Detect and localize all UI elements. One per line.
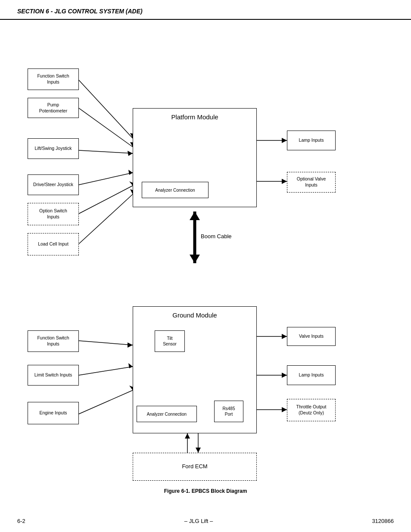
load-cell-input: Load Cell Input [28, 233, 79, 255]
diagram: Platform Module Analyzer Connection Func… [0, 22, 411, 509]
throttle-output: Throttle Output(Deutz Only) [287, 399, 336, 421]
optional-valve-inputs: Optional ValveInputs [287, 172, 336, 193]
platform-module-label: Platform Module [133, 113, 256, 121]
lamp-inputs-top: Lamp Inputs [287, 131, 336, 150]
engine-inputs: Engine Inputs [28, 402, 79, 424]
pump-potentiometer: PumpPotentiometer [28, 98, 79, 118]
diagram-svg [0, 22, 411, 509]
svg-marker-26 [282, 334, 287, 339]
ford-ecm-box: Ford ECM [133, 453, 257, 481]
option-switch-inputs: Option SwitchInputs [28, 203, 79, 225]
ground-module-box: Ground Module TiltSensor Analyzer Connec… [133, 306, 257, 433]
svg-line-19 [79, 341, 133, 345]
function-switch-inputs-bottom: Function SwitchInputs [28, 330, 79, 352]
footer-center: – JLG Lift – [184, 518, 213, 524]
rs485-port: Rs485Port [214, 401, 243, 422]
svg-marker-34 [196, 448, 201, 453]
svg-line-4 [79, 150, 133, 153]
footer: 6-2 – JLG Lift – 3120866 [0, 518, 411, 524]
svg-line-23 [79, 390, 133, 414]
svg-marker-30 [282, 407, 287, 412]
svg-line-6 [79, 173, 133, 185]
svg-marker-15 [282, 179, 287, 184]
svg-marker-7 [128, 170, 133, 175]
svg-line-10 [79, 194, 133, 244]
platform-module-box: Platform Module Analyzer Connection [133, 108, 257, 207]
lift-swing-joystick: Lift/Swing Joystick [28, 138, 79, 159]
svg-line-0 [79, 80, 133, 138]
svg-line-8 [79, 186, 133, 214]
ground-module-label: Ground Module [133, 311, 256, 320]
boom-cable-label: Boom Cable [201, 233, 232, 240]
valve-inputs: Valve Inputs [287, 327, 336, 346]
drive-steer-joystick: Drive/Steer Joystick [28, 174, 79, 195]
svg-line-21 [79, 367, 133, 375]
svg-marker-5 [128, 151, 133, 156]
figure-caption: Figure 6-1. EPBCS Block Diagram [0, 488, 411, 494]
svg-marker-18 [190, 212, 200, 220]
svg-marker-28 [282, 373, 287, 378]
svg-line-2 [79, 108, 133, 147]
page: SECTION 6 - JLG CONTROL SYSTEM (ADE) [0, 0, 411, 532]
limit-switch-inputs: Limit Switch Inputs [28, 365, 79, 386]
svg-marker-17 [190, 255, 200, 263]
footer-right: 3120866 [372, 518, 394, 524]
function-switch-inputs-top: Function SwitchInputs [28, 68, 79, 90]
svg-marker-22 [128, 363, 133, 368]
header-title: SECTION 6 - JLG CONTROL SYSTEM (ADE) [17, 8, 143, 15]
header: SECTION 6 - JLG CONTROL SYSTEM (ADE) [0, 0, 411, 20]
svg-marker-32 [185, 433, 190, 439]
tilt-sensor: TiltSensor [155, 330, 185, 352]
svg-marker-20 [128, 342, 133, 348]
analyzer-connection-platform: Analyzer Connection [142, 182, 209, 198]
analyzer-connection-ground: Analyzer Connection [137, 406, 197, 422]
svg-marker-13 [282, 138, 287, 143]
footer-left: 6-2 [17, 518, 25, 524]
lamp-inputs-bottom: Lamp Inputs [287, 365, 336, 385]
